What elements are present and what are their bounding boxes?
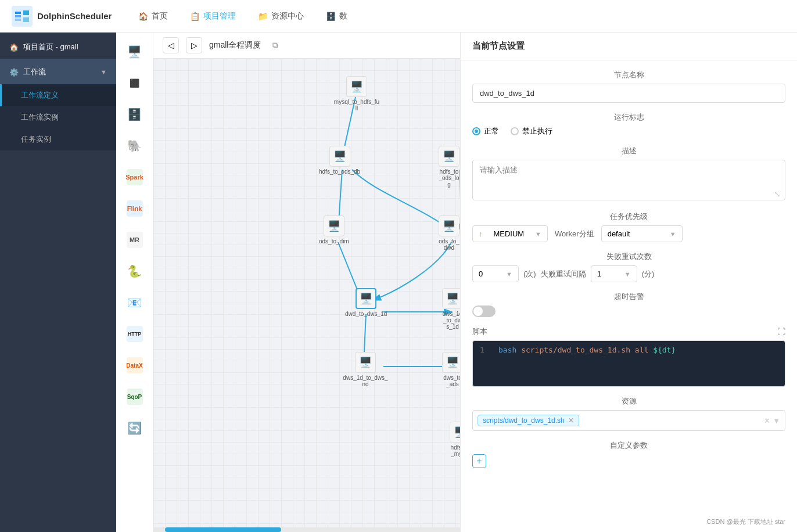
script-line-1: 1 bash scripts/dwd_to_dws_1d.sh all ${dt… [480,346,778,354]
nav-item-project[interactable]: 📋 项目管理 [181,6,245,26]
home-icon-sidebar: 🏠 [9,43,19,52]
node-dwd_to_dws_1d[interactable]: 🖥️ dwd_to_dws_1d [345,288,387,317]
label-radio-normal: 正常 [484,126,499,136]
resource-tag-script: scripts/dwd_to_dws_1d.sh ✕ [478,415,579,426]
label-timeout: 超时告警 [472,292,785,302]
tool-sqoop2[interactable]: SqoP [120,382,149,411]
tool-mr[interactable]: MR [120,225,149,254]
add-custom-param-button[interactable]: + [472,454,486,468]
sidebar-item-workflow-inst[interactable]: 工作流实例 [0,106,116,128]
select-priority[interactable]: ↑ MEDIUM ▼ [472,225,548,242]
radio-normal[interactable]: 正常 [472,126,499,136]
tool-dependent[interactable]: 🔄 [120,414,149,443]
script-var-dt: ${dt} [653,346,676,354]
radio-disabled[interactable]: 禁止执行 [511,126,552,136]
node-label-hdfs_to_ods_log: hdfs_to_ods_log [438,168,460,188]
input-node-name[interactable] [472,84,785,103]
select-worker-group[interactable]: default ▼ [601,225,683,242]
priority-chevron-icon: ▼ [535,231,541,238]
node-dws_1d_to_dws_1d[interactable]: 🖥️ dws_1d_to_dws_1d [442,288,460,330]
node-icon-dws_1d_to_dws_nd: 🖥️ [355,352,376,373]
node-dws_to_ads[interactable]: 🖥️ dws_to_ads [442,352,460,387]
canvas-scrollbar-thumb [165,527,281,532]
node-ods_to_dim[interactable]: 🖥️ ods_to_dim [319,215,349,245]
node-hdfs_to_mysql[interactable]: 🖥️ hdfs_to_mysql [450,422,460,457]
canvas-btn-forward[interactable]: ▷ [186,37,202,53]
tool-email[interactable]: 📧 [120,288,149,317]
input-description[interactable] [472,160,785,200]
sidebar: 🏠 项目首页 - gmall ⚙️ 工作流 ▼ 工作流定义 工作流实例 任务实例 [0,33,116,532]
email-icon: 📧 [127,294,143,311]
settings-header: 当前节点设置 [461,33,797,60]
tool-python[interactable]: 🐍 [120,257,149,286]
resource-area[interactable]: scripts/dwd_to_dws_1d.sh ✕ ✕ ▼ [472,410,785,431]
label-worker-group: Worker分组 [555,229,594,239]
select-retry-count[interactable]: 0 ▼ [472,265,519,282]
resource-tag-close[interactable]: ✕ [568,416,574,425]
shell-icon: 🖥️ [127,44,143,60]
canvas-btn-back[interactable]: ◁ [163,37,179,53]
tool-datax[interactable]: DataX [120,351,149,380]
node-mysql_to_hdfs_full[interactable]: 🖥️ mysql_to_hdfs_full [333,76,380,112]
tool-sub[interactable]: ⬛ [120,69,149,98]
canvas-header: ◁ ▷ gmall全程调度 ⧉ [153,33,460,59]
sqoop-icon: 🐘 [127,138,143,154]
node-label-dws_to_ads: dws_to_ads [442,375,460,387]
field-run-flag: 运行标志 正常 禁止执行 [472,112,785,136]
tool-flink[interactable]: Flink [120,194,149,223]
node-label-dwd_to_dws_1d: dwd_to_dws_1d [345,311,387,317]
tool-shell[interactable]: 🖥️ [120,37,149,66]
node-icon-hdfs_to_ods_db: 🖥️ [329,146,350,167]
canvas-scrollbar[interactable] [153,527,460,532]
canvas-copy-icon[interactable]: ⧉ [272,41,278,50]
tool-db[interactable]: 🗄️ [120,100,149,129]
field-retry: 失败重试次数 0 ▼ (次) 失败重试间隔 1 ▼ [472,251,785,282]
priority-select-row: ↑ MEDIUM ▼ Worker分组 default ▼ [472,225,785,242]
settings-panel: 当前节点设置 节点名称 运行标志 正常 [460,33,797,532]
canvas-title: gmall全程调度 [209,40,261,51]
node-icon-mysql_to_hdfs_full: 🖥️ [346,76,367,97]
logo-area: DolphinScheduler [12,6,112,27]
sidebar-section-workflow-header[interactable]: ⚙️ 工作流 ▼ [0,60,116,84]
tool-sqoop[interactable]: 🐘 [120,131,149,160]
node-hdfs_to_ods_db[interactable]: 🖥️ hdfs_to_ods_db [319,146,360,175]
tool-http[interactable]: HTTP [120,319,149,348]
node-hdfs_to_ods_log[interactable]: 🖥️ hdfs_to_ods_log [438,146,460,188]
node-ods_to_dwd[interactable]: 🖥️ ods_to_dwd [438,215,460,251]
retry-interval-chevron: ▼ [624,271,631,278]
sidebar-section-workflow: ⚙️ 工作流 ▼ 工作流定义 工作流实例 任务实例 [0,60,116,150]
keyword-bash: bash [498,346,516,354]
node-dws_1d_to_dws_nd[interactable]: 🖥️ dws_1d_to_dws_nd [342,352,389,387]
expand-script-icon[interactable]: ⛶ [777,327,785,336]
nav-item-data[interactable]: 🗄️ 数 [317,6,357,26]
resize-icon: ⤡ [774,189,781,199]
script-line-num: 1 [480,346,491,354]
canvas-wrapper: 🖥️ ⬛ 🗄️ 🐘 Spark Flink MR [116,33,797,532]
settings-body: 节点名称 运行标志 正常 禁止执行 [461,60,797,477]
data-icon: 🗄️ [326,12,336,21]
sidebar-item-workflow-def[interactable]: 工作流定义 [0,84,116,106]
svg-rect-0 [12,6,33,27]
node-label-ods_to_dim: ods_to_dim [319,238,349,245]
label-retry-interval: 失败重试间隔 [541,269,586,279]
http-icon: HTTP [127,326,143,342]
tool-spark[interactable]: Spark [120,163,149,192]
label-custom-params: 自定义参数 [472,440,785,451]
toggle-timeout[interactable] [472,305,496,317]
logo-icon [12,6,33,27]
node-label-hdfs_to_ods_db: hdfs_to_ods_db [319,168,360,175]
label-description: 描述 [472,146,785,156]
resource-dropdown-icon[interactable]: ▼ [773,416,780,425]
nav-item-resource[interactable]: 📁 资源中心 [249,6,313,26]
sidebar-submenu: 工作流定义 工作流实例 任务实例 [0,84,116,150]
sidebar-item-task-inst[interactable]: 任务实例 [0,128,116,150]
retry-interval-value: 1 [597,269,601,278]
script-area[interactable]: 1 bash scripts/dwd_to_dws_1d.sh all ${dt… [472,340,785,387]
canvas-body[interactable]: 🖥️ mysql_to_hdfs_full 🖥️ hdfs_to_ods_db … [153,59,460,527]
home-icon: 🏠 [138,12,148,21]
nav-item-home[interactable]: 🏠 首页 [129,6,177,26]
field-resource: 资源 scripts/dwd_to_dws_1d.sh ✕ ✕ ▼ [472,396,785,431]
resource-clear-icon[interactable]: ✕ [764,416,770,425]
python-icon: 🐍 [127,263,143,279]
select-retry-interval[interactable]: 1 ▼ [591,265,637,282]
